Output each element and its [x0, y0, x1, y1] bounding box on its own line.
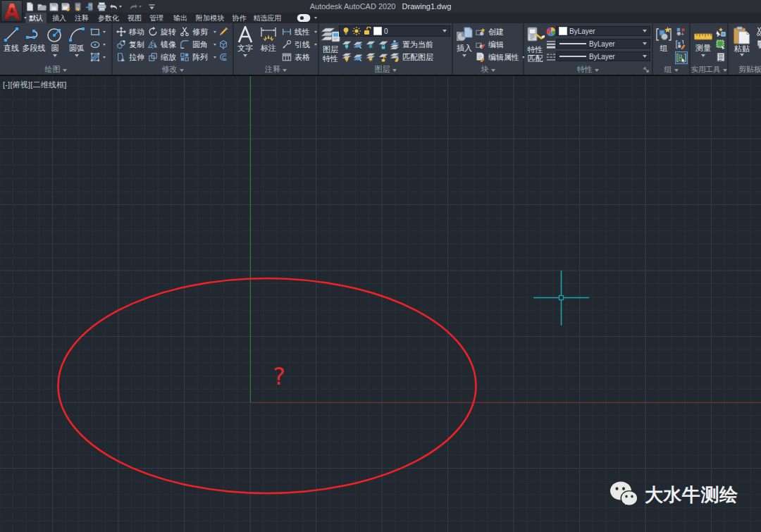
- measure-dropdown-icon[interactable]: [701, 54, 705, 57]
- tab-insert[interactable]: 插入: [49, 13, 70, 23]
- fillet-button[interactable]: 圆角: [180, 39, 216, 49]
- rectangle-button[interactable]: [90, 27, 106, 37]
- linear-dimension-button[interactable]: 线性: [282, 27, 317, 37]
- panel-layers-footer[interactable]: 图层: [319, 65, 452, 74]
- group-edit-button[interactable]: [676, 39, 686, 49]
- arc-dropdown-icon[interactable]: [75, 54, 79, 57]
- tab-home[interactable]: 默认: [25, 13, 47, 23]
- copy-clip-button[interactable]: [757, 39, 761, 49]
- lineweight-button[interactable]: [546, 39, 556, 49]
- linetype-combo[interactable]: ByLayer: [556, 51, 650, 61]
- layer-isolate-button[interactable]: [353, 39, 363, 49]
- edit-attributes-button[interactable]: 编辑属性: [476, 52, 525, 62]
- plot-icon[interactable]: [97, 2, 106, 11]
- trim-dropdown-icon[interactable]: [214, 31, 216, 33]
- app-menu-button[interactable]: [1, 0, 23, 22]
- tab-addins[interactable]: 附加模块: [192, 13, 228, 23]
- panel-properties-footer[interactable]: 特性: [524, 65, 652, 74]
- panel-modify-footer[interactable]: 修改: [113, 65, 233, 74]
- redo-icon[interactable]: [129, 2, 138, 11]
- explode-button[interactable]: [218, 39, 228, 49]
- measure-button[interactable]: 测量: [693, 26, 714, 57]
- layer-thaw-button[interactable]: [366, 52, 376, 62]
- layer-off-button[interactable]: [342, 39, 352, 49]
- move-button[interactable]: 移动: [116, 27, 144, 37]
- layer-select-combo[interactable]: 0: [339, 25, 450, 37]
- insert-dropdown-icon[interactable]: [462, 54, 466, 57]
- quick-select-button[interactable]: [716, 27, 726, 37]
- panel-clipboard-footer[interactable]: 剪贴板: [729, 65, 761, 74]
- open-from-web-mobile-icon[interactable]: [85, 2, 94, 11]
- scale-button[interactable]: 缩放: [148, 52, 176, 62]
- match-properties-button[interactable]: 特性 匹配: [526, 26, 545, 63]
- tab-annotate[interactable]: 注释: [71, 13, 92, 23]
- stretch-button[interactable]: 拉伸: [116, 52, 144, 62]
- tab-featured-apps[interactable]: 精选应用: [250, 13, 285, 23]
- circle-button[interactable]: 圆: [45, 26, 65, 57]
- create-block-button[interactable]: 创建: [476, 27, 504, 37]
- array-dropdown-icon[interactable]: [214, 56, 216, 58]
- save-as-icon[interactable]: [61, 2, 70, 11]
- fillet-dropdown-icon[interactable]: [214, 44, 216, 46]
- ellipse-dropdown-icon[interactable]: [103, 44, 106, 46]
- save-to-web-mobile-icon[interactable]: [73, 2, 82, 11]
- media-dropdown-icon[interactable]: [314, 17, 317, 19]
- undo-dropdown-icon[interactable]: [119, 6, 122, 8]
- linear-dropdown-icon[interactable]: [314, 31, 317, 33]
- hatch-button[interactable]: [90, 52, 106, 62]
- tab-parametric[interactable]: 参数化: [94, 13, 123, 23]
- circle-dropdown-icon[interactable]: [53, 54, 57, 57]
- layer-combo-dropdown-icon[interactable]: [443, 30, 447, 32]
- save-icon[interactable]: [49, 2, 58, 11]
- edit-block-button[interactable]: 编辑: [476, 39, 504, 49]
- question-mark-text[interactable]: ?: [273, 363, 285, 390]
- array-button[interactable]: 阵列: [180, 52, 216, 62]
- mirror-button[interactable]: 镜像: [148, 39, 176, 49]
- panel-utilities-footer[interactable]: 实用工具: [691, 65, 727, 74]
- layer-thaw-sun-icon[interactable]: [352, 27, 361, 35]
- group-selection-toggle[interactable]: [676, 52, 687, 63]
- rotate-button[interactable]: 旋转: [148, 27, 176, 37]
- make-current-button[interactable]: 置为当前: [390, 39, 433, 49]
- trim-button[interactable]: 修剪: [180, 27, 216, 37]
- layer-on-bulb-icon[interactable]: [342, 27, 350, 35]
- offset-button[interactable]: [218, 52, 228, 62]
- layer-unlock-icon[interactable]: [363, 27, 371, 35]
- customize-qat-icon[interactable]: [147, 2, 156, 11]
- tab-manage[interactable]: 管理: [147, 13, 166, 23]
- line-button[interactable]: 直线: [1, 26, 21, 52]
- undo-icon[interactable]: [109, 2, 118, 11]
- app-menu-caret-icon[interactable]: [24, 9, 27, 22]
- layer-lock-button[interactable]: [378, 39, 388, 49]
- linetype-dropdown-icon[interactable]: [643, 55, 647, 58]
- hatch-dropdown-icon[interactable]: [103, 56, 106, 58]
- layer-unlock-button[interactable]: [378, 52, 388, 62]
- dimension-button[interactable]: 标注: [258, 26, 279, 52]
- panel-draw-footer[interactable]: 绘图: [0, 65, 111, 74]
- lineweight-combo[interactable]: ByLayer: [556, 39, 650, 49]
- linetype-button[interactable]: [546, 52, 556, 62]
- copy-button[interactable]: 复制: [116, 39, 144, 49]
- drawing-canvas[interactable]: [-][俯视][二维线框] ? 大水牛测绘: [0, 76, 761, 532]
- text-dropdown-icon[interactable]: [243, 54, 247, 57]
- text-button[interactable]: 文字: [235, 26, 255, 57]
- layer-on-button[interactable]: [342, 52, 352, 62]
- tab-view[interactable]: 视图: [124, 13, 145, 23]
- group-button[interactable]: 组: [655, 26, 673, 52]
- object-color-combo[interactable]: ByLayer: [556, 26, 650, 36]
- open-file-icon[interactable]: [37, 2, 47, 11]
- ellipse-tool-button[interactable]: [90, 39, 106, 49]
- list-button[interactable]: [716, 52, 726, 62]
- viewport-view-control[interactable]: [俯视]: [10, 80, 30, 89]
- leader-dropdown-icon[interactable]: [314, 44, 317, 46]
- panel-block-footer[interactable]: 块: [453, 65, 523, 74]
- object-color-button[interactable]: [546, 27, 556, 37]
- cut-button[interactable]: [757, 27, 761, 37]
- table-button[interactable]: 表格: [282, 52, 310, 62]
- viewport-visual-style-control[interactable]: [二维线框]: [30, 80, 66, 89]
- properties-dialog-launcher-icon[interactable]: [643, 66, 650, 73]
- tab-output[interactable]: 输出: [171, 13, 190, 23]
- panel-group-footer[interactable]: 组: [653, 65, 689, 74]
- match-layer-button[interactable]: 匹配图层: [390, 52, 433, 62]
- layer-unisolate-button[interactable]: [353, 52, 363, 62]
